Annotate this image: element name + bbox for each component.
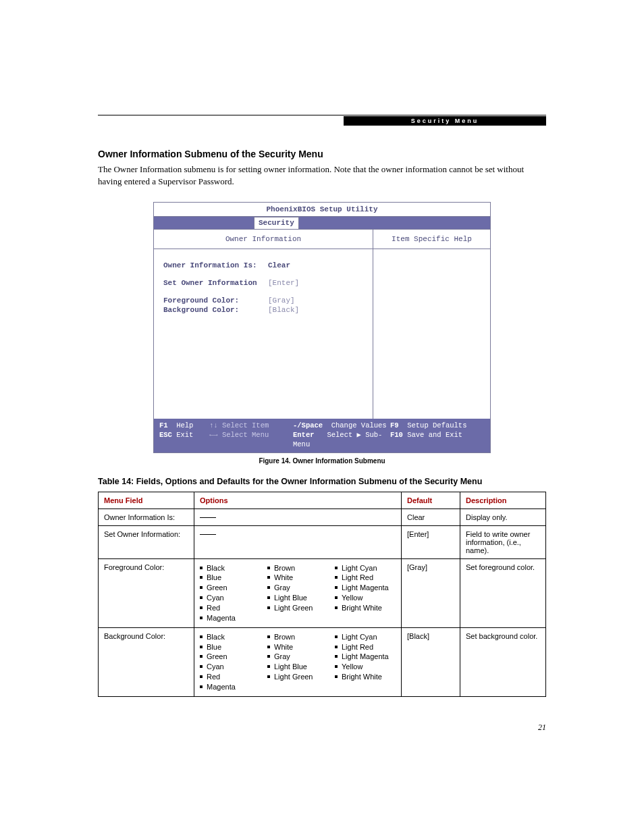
- bios-left-heading: Owner Information: [154, 230, 373, 249]
- cell-default: Clear: [402, 509, 460, 525]
- color-option: Light Magenta: [335, 652, 396, 662]
- color-option: Light Red: [335, 573, 396, 583]
- bios-field-label: Set Owner Information: [163, 279, 268, 287]
- table-row: Owner Information Is:ClearDisplay only.: [99, 509, 546, 525]
- bios-screenshot: PhoenixBIOS Setup Utility Security Owner…: [153, 202, 491, 453]
- cell-default: [Enter]: [402, 525, 460, 558]
- bios-field-value: [Gray]: [268, 296, 295, 305]
- bios-field-label: Owner Information Is:: [163, 261, 268, 269]
- color-option: Brown: [267, 563, 328, 573]
- bios-tab-security: Security: [254, 217, 299, 229]
- cell-desc: Display only.: [460, 509, 546, 525]
- cell-desc: Set foreground color.: [460, 558, 546, 627]
- bios-field-value: [Enter]: [268, 279, 299, 287]
- cell-options: [194, 525, 402, 558]
- cell-menu: Background Color:: [99, 627, 194, 696]
- th-options: Options: [194, 492, 402, 509]
- color-option: Magenta: [200, 613, 261, 623]
- dash-icon: [200, 534, 216, 535]
- color-option: Black: [200, 632, 261, 642]
- dash-icon: [200, 517, 216, 518]
- th-menu: Menu Field: [99, 492, 194, 509]
- color-option: Gray: [267, 583, 328, 593]
- table-title: Table 14: Fields, Options and Defaults f…: [98, 477, 546, 486]
- color-option: White: [267, 573, 328, 583]
- color-option: Bright White: [335, 603, 396, 613]
- bios-field-value: Clear: [268, 261, 290, 269]
- color-option: Light Cyan: [335, 563, 396, 573]
- color-option: Green: [200, 652, 261, 662]
- color-option: Gray: [267, 652, 328, 662]
- th-desc: Description: [460, 492, 546, 509]
- header-section-label: Security Menu: [344, 116, 546, 126]
- color-option: Blue: [200, 573, 261, 583]
- color-option: Light Green: [267, 603, 328, 613]
- cell-options: [194, 509, 402, 525]
- bios-field-label: Background Color:: [163, 306, 268, 314]
- color-option: Bright White: [335, 672, 396, 682]
- cell-desc: Field to write owner information, (i.e.,…: [460, 525, 546, 558]
- cell-options: BlackBlueGreenCyanRedMagentaBrownWhiteGr…: [194, 627, 402, 696]
- color-option: Light Magenta: [335, 583, 396, 593]
- bios-right-heading: Item Specific Help: [373, 230, 490, 249]
- color-option: Yellow: [335, 662, 396, 672]
- color-option: Red: [200, 672, 261, 682]
- cell-default: [Black]: [402, 627, 460, 696]
- color-option: Light Blue: [267, 593, 328, 603]
- color-option: Cyan: [200, 662, 261, 672]
- cell-default: [Gray]: [402, 558, 460, 627]
- options-table: Menu Field Options Default Description O…: [98, 492, 546, 697]
- cell-menu: Foreground Color:: [99, 558, 194, 627]
- bios-footer: F1 Help ↑↓ Select Item -/Space Change Va…: [154, 419, 490, 452]
- cell-menu: Owner Information Is:: [99, 509, 194, 525]
- color-option: Brown: [267, 632, 328, 642]
- color-option: Light Green: [267, 672, 328, 682]
- color-option: Yellow: [335, 593, 396, 603]
- page-number: 21: [538, 723, 546, 733]
- bios-title: PhoenixBIOS Setup Utility: [154, 203, 490, 217]
- color-option: Green: [200, 583, 261, 593]
- section-intro: The Owner Information submenu is for set…: [98, 163, 546, 187]
- header-rule: Security Menu: [98, 115, 546, 126]
- color-option: Magenta: [200, 682, 261, 692]
- bios-field-value: [Black]: [268, 306, 299, 314]
- color-option: Cyan: [200, 593, 261, 603]
- section-title: Owner Information Submenu of the Securit…: [98, 149, 546, 159]
- color-option: White: [267, 642, 328, 652]
- color-option: Red: [200, 603, 261, 613]
- color-option: Light Red: [335, 642, 396, 652]
- figure-caption: Figure 14. Owner Information Submenu: [98, 457, 546, 465]
- table-row: Foreground Color:BlackBlueGreenCyanRedMa…: [99, 558, 546, 627]
- color-option: Light Blue: [267, 662, 328, 672]
- cell-menu: Set Owner Information:: [99, 525, 194, 558]
- color-option: Blue: [200, 642, 261, 652]
- color-option: Black: [200, 563, 261, 573]
- table-row: Background Color:BlackBlueGreenCyanRedMa…: [99, 627, 546, 696]
- cell-options: BlackBlueGreenCyanRedMagentaBrownWhiteGr…: [194, 558, 402, 627]
- bios-field-label: Foreground Color:: [163, 296, 268, 305]
- bios-tab-row: Security: [154, 217, 490, 230]
- cell-desc: Set background color.: [460, 627, 546, 696]
- table-row: Set Owner Information:[Enter]Field to wr…: [99, 525, 546, 558]
- color-option: Light Cyan: [335, 632, 396, 642]
- th-default: Default: [402, 492, 460, 509]
